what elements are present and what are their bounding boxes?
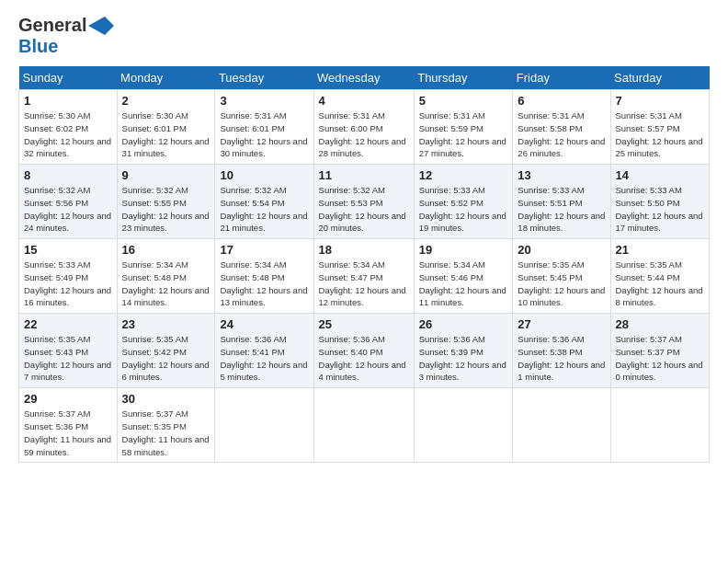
calendar-cell: 9 Sunrise: 5:32 AM Sunset: 5:55 PM Dayli…	[117, 165, 215, 239]
calendar-cell	[610, 388, 710, 463]
calendar-cell	[513, 388, 610, 463]
logo-text-general: General	[18, 15, 86, 36]
day-number: 20	[518, 243, 605, 257]
day-number: 17	[220, 243, 308, 257]
calendar-cell: 15 Sunrise: 5:33 AM Sunset: 5:49 PM Dayl…	[19, 239, 118, 314]
logo-text-blue: Blue	[18, 36, 58, 56]
day-info: Sunrise: 5:36 AM Sunset: 5:38 PM Dayligh…	[518, 333, 605, 384]
calendar-cell: 10 Sunrise: 5:32 AM Sunset: 5:54 PM Dayl…	[215, 165, 313, 239]
calendar-week-row: 29 Sunrise: 5:37 AM Sunset: 5:36 PM Dayl…	[19, 388, 710, 463]
calendar-cell: 27 Sunrise: 5:36 AM Sunset: 5:38 PM Dayl…	[513, 314, 610, 388]
day-info: Sunrise: 5:31 AM Sunset: 6:00 PM Dayligh…	[319, 109, 409, 160]
page: General Blue Sunday Monday Tuesday Wedne…	[0, 0, 728, 563]
day-number: 29	[24, 392, 112, 406]
day-info: Sunrise: 5:34 AM Sunset: 5:48 PM Dayligh…	[220, 259, 308, 309]
day-number: 24	[220, 317, 308, 331]
day-info: Sunrise: 5:35 AM Sunset: 5:43 PM Dayligh…	[24, 333, 112, 384]
col-wednesday: Wednesday	[313, 66, 414, 90]
calendar-cell: 4 Sunrise: 5:31 AM Sunset: 6:00 PM Dayli…	[313, 90, 414, 165]
calendar-cell: 3 Sunrise: 5:31 AM Sunset: 6:01 PM Dayli…	[215, 90, 313, 165]
calendar-cell: 1 Sunrise: 5:30 AM Sunset: 6:02 PM Dayli…	[19, 90, 118, 165]
calendar-cell: 24 Sunrise: 5:36 AM Sunset: 5:41 PM Dayl…	[215, 314, 313, 388]
day-number: 23	[122, 317, 210, 331]
calendar-cell: 14 Sunrise: 5:33 AM Sunset: 5:50 PM Dayl…	[610, 165, 710, 239]
day-number: 2	[122, 94, 210, 108]
day-number: 10	[220, 168, 308, 182]
day-info: Sunrise: 5:33 AM Sunset: 5:49 PM Dayligh…	[24, 259, 112, 309]
day-info: Sunrise: 5:35 AM Sunset: 5:45 PM Dayligh…	[518, 259, 605, 309]
day-info: Sunrise: 5:34 AM Sunset: 5:48 PM Dayligh…	[122, 259, 210, 309]
col-sunday: Sunday	[19, 66, 118, 90]
calendar-cell: 8 Sunrise: 5:32 AM Sunset: 5:56 PM Dayli…	[19, 165, 118, 239]
calendar-week-row: 15 Sunrise: 5:33 AM Sunset: 5:49 PM Dayl…	[19, 239, 710, 314]
day-number: 11	[319, 168, 409, 182]
calendar-week-row: 1 Sunrise: 5:30 AM Sunset: 6:02 PM Dayli…	[19, 90, 710, 165]
day-info: Sunrise: 5:31 AM Sunset: 6:01 PM Dayligh…	[220, 109, 308, 160]
day-info: Sunrise: 5:36 AM Sunset: 5:39 PM Dayligh…	[419, 333, 508, 384]
day-info: Sunrise: 5:34 AM Sunset: 5:47 PM Dayligh…	[319, 259, 409, 309]
day-number: 7	[616, 94, 705, 108]
day-info: Sunrise: 5:37 AM Sunset: 5:36 PM Dayligh…	[24, 408, 112, 458]
calendar-cell: 18 Sunrise: 5:34 AM Sunset: 5:47 PM Dayl…	[313, 239, 414, 314]
col-monday: Monday	[117, 66, 215, 90]
day-info: Sunrise: 5:36 AM Sunset: 5:40 PM Dayligh…	[319, 333, 409, 384]
calendar-cell: 23 Sunrise: 5:35 AM Sunset: 5:42 PM Dayl…	[117, 314, 215, 388]
calendar-cell	[215, 388, 313, 463]
calendar-header-row: Sunday Monday Tuesday Wednesday Thursday…	[19, 66, 710, 90]
day-info: Sunrise: 5:34 AM Sunset: 5:46 PM Dayligh…	[419, 259, 508, 309]
day-number: 16	[122, 243, 210, 257]
logo: General Blue	[18, 15, 114, 57]
calendar-cell: 5 Sunrise: 5:31 AM Sunset: 5:59 PM Dayli…	[414, 90, 513, 165]
day-info: Sunrise: 5:31 AM Sunset: 5:59 PM Dayligh…	[419, 109, 508, 160]
day-number: 26	[419, 317, 508, 331]
calendar-cell: 2 Sunrise: 5:30 AM Sunset: 6:01 PM Dayli…	[117, 90, 215, 165]
day-number: 21	[616, 243, 705, 257]
day-number: 18	[319, 243, 409, 257]
day-number: 15	[24, 243, 112, 257]
day-number: 25	[319, 317, 409, 331]
day-info: Sunrise: 5:31 AM Sunset: 5:58 PM Dayligh…	[518, 109, 605, 160]
day-info: Sunrise: 5:32 AM Sunset: 5:56 PM Dayligh…	[24, 184, 112, 235]
day-number: 3	[220, 94, 308, 108]
day-info: Sunrise: 5:32 AM Sunset: 5:53 PM Dayligh…	[319, 184, 409, 235]
day-info: Sunrise: 5:35 AM Sunset: 5:44 PM Dayligh…	[616, 259, 705, 309]
calendar-cell: 6 Sunrise: 5:31 AM Sunset: 5:58 PM Dayli…	[513, 90, 610, 165]
day-number: 6	[518, 94, 605, 108]
calendar-cell: 30 Sunrise: 5:37 AM Sunset: 5:35 PM Dayl…	[117, 388, 215, 463]
calendar-cell: 19 Sunrise: 5:34 AM Sunset: 5:46 PM Dayl…	[414, 239, 513, 314]
calendar-cell: 28 Sunrise: 5:37 AM Sunset: 5:37 PM Dayl…	[610, 314, 710, 388]
day-info: Sunrise: 5:31 AM Sunset: 5:57 PM Dayligh…	[616, 109, 705, 160]
calendar-cell: 7 Sunrise: 5:31 AM Sunset: 5:57 PM Dayli…	[610, 90, 710, 165]
day-info: Sunrise: 5:32 AM Sunset: 5:54 PM Dayligh…	[220, 184, 308, 235]
day-info: Sunrise: 5:35 AM Sunset: 5:42 PM Dayligh…	[122, 333, 210, 384]
day-number: 30	[122, 392, 210, 406]
day-number: 5	[419, 94, 508, 108]
day-info: Sunrise: 5:33 AM Sunset: 5:50 PM Dayligh…	[616, 184, 705, 235]
day-info: Sunrise: 5:32 AM Sunset: 5:55 PM Dayligh…	[122, 184, 210, 235]
day-number: 28	[616, 317, 705, 331]
calendar-week-row: 22 Sunrise: 5:35 AM Sunset: 5:43 PM Dayl…	[19, 314, 710, 388]
calendar-cell: 29 Sunrise: 5:37 AM Sunset: 5:36 PM Dayl…	[19, 388, 118, 463]
day-number: 27	[518, 317, 605, 331]
calendar-cell: 22 Sunrise: 5:35 AM Sunset: 5:43 PM Dayl…	[19, 314, 118, 388]
calendar-cell	[313, 388, 414, 463]
day-number: 9	[122, 168, 210, 182]
day-info: Sunrise: 5:33 AM Sunset: 5:51 PM Dayligh…	[518, 184, 605, 235]
svg-marker-0	[88, 17, 114, 35]
day-number: 14	[616, 168, 705, 182]
col-friday: Friday	[513, 66, 610, 90]
calendar-cell	[414, 388, 513, 463]
day-number: 22	[24, 317, 112, 331]
day-info: Sunrise: 5:36 AM Sunset: 5:41 PM Dayligh…	[220, 333, 308, 384]
day-info: Sunrise: 5:33 AM Sunset: 5:52 PM Dayligh…	[419, 184, 508, 235]
day-number: 13	[518, 168, 605, 182]
col-thursday: Thursday	[414, 66, 513, 90]
calendar-cell: 20 Sunrise: 5:35 AM Sunset: 5:45 PM Dayl…	[513, 239, 610, 314]
calendar-cell: 16 Sunrise: 5:34 AM Sunset: 5:48 PM Dayl…	[117, 239, 215, 314]
calendar-cell: 17 Sunrise: 5:34 AM Sunset: 5:48 PM Dayl…	[215, 239, 313, 314]
logo-bird-icon	[88, 17, 114, 35]
calendar-week-row: 8 Sunrise: 5:32 AM Sunset: 5:56 PM Dayli…	[19, 165, 710, 239]
calendar-table: Sunday Monday Tuesday Wednesday Thursday…	[18, 66, 710, 463]
day-info: Sunrise: 5:30 AM Sunset: 6:01 PM Dayligh…	[122, 109, 210, 160]
day-number: 4	[319, 94, 409, 108]
